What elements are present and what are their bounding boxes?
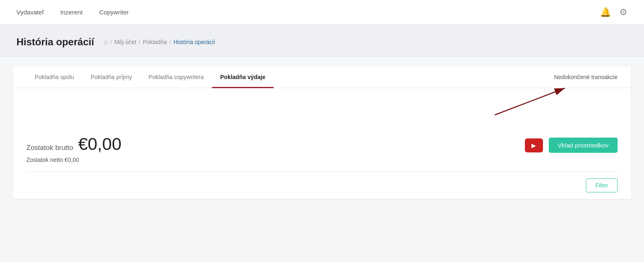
balance-brutto-label: Zostatok brutto [26, 144, 73, 152]
filter-button[interactable]: Filter [586, 178, 618, 192]
page-header: História operácií ⌂ / Môj účet / Pokladň… [0, 25, 644, 56]
breadcrumb-active: História operácií [174, 39, 215, 45]
breadcrumb-sep2: / [139, 39, 141, 45]
home-icon[interactable]: ⌂ [104, 38, 108, 46]
vklad-button[interactable]: Vklad prostriedkov [549, 138, 618, 153]
tab-pokladna-vydaje[interactable]: Pokladňa výdaje [212, 66, 274, 88]
balance-brutto-row: Zostatok brutto €0,00 [26, 134, 122, 154]
page-title: História operácií [16, 36, 94, 48]
main-content: Pokladňa spolu Pokladňa príjmy Pokladňa … [13, 66, 631, 199]
balance-section: Zostatok brutto €0,00 Zostatok netto €0,… [13, 121, 631, 171]
nav-left: Vydavateľ Inzerent Copywriter [16, 9, 129, 16]
arrow-annotation [13, 88, 631, 121]
nav-inzerent[interactable]: Inzerent [60, 9, 82, 16]
tab-pokladna-copywritera[interactable]: Pokladňa copywritera [140, 66, 212, 88]
tab-pokladna-spolu[interactable]: Pokladňa spolu [26, 66, 82, 88]
nav-right: 🔔 ⚙ [600, 7, 628, 18]
tab-pokladna-prijmy[interactable]: Pokladňa príjmy [82, 66, 140, 88]
balance-brutto-value: €0,00 [78, 134, 121, 154]
filter-section: Filter [13, 172, 631, 199]
youtube-button[interactable] [525, 138, 543, 152]
settings-icon[interactable]: ⚙ [619, 7, 628, 18]
nav-copywriter[interactable]: Copywriter [99, 9, 129, 16]
tabs-bar: Pokladňa spolu Pokladňa príjmy Pokladňa … [13, 66, 631, 88]
breadcrumb-sep1: / [110, 39, 112, 45]
annotation-arrow [470, 84, 577, 117]
nav-vydavatel[interactable]: Vydavateľ [16, 9, 44, 16]
balance-left: Zostatok brutto €0,00 Zostatok netto €0,… [26, 134, 122, 163]
breadcrumb-sep3: / [169, 39, 171, 45]
balance-right: Vklad prostriedkov [525, 138, 618, 153]
tab-nedokoncene[interactable]: Nedokončené transakcie [554, 66, 618, 88]
breadcrumb: ⌂ / Môj účet / Pokladňa / História operá… [104, 38, 215, 46]
svg-line-1 [495, 88, 565, 115]
balance-netto: Zostatok netto €0,00 [26, 157, 122, 163]
bell-icon[interactable]: 🔔 [600, 7, 611, 18]
breadcrumb-moj-ucet[interactable]: Môj účet [115, 39, 136, 45]
top-nav: Vydavateľ Inzerent Copywriter 🔔 ⚙ [0, 0, 644, 25]
breadcrumb-pokladna[interactable]: Pokladňa [143, 39, 167, 45]
